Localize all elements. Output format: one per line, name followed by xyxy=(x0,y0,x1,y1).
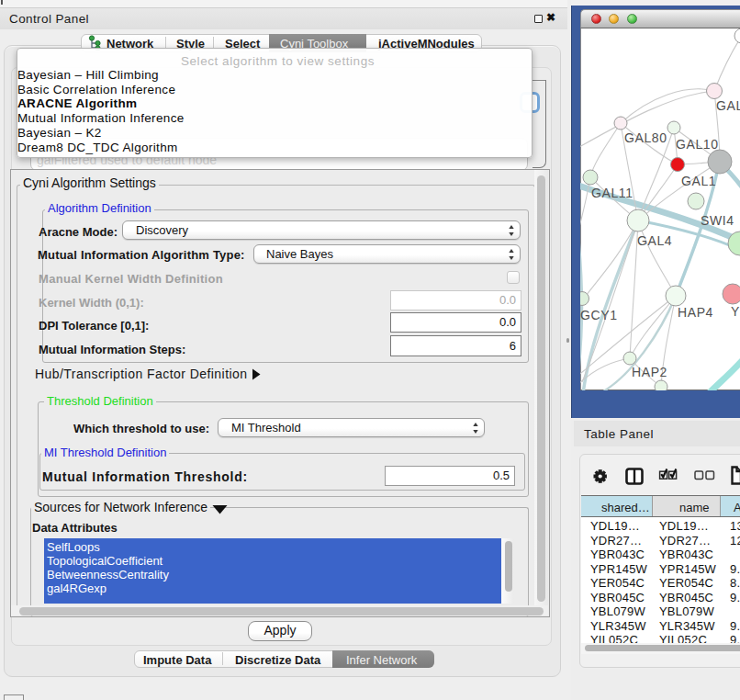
svg-text:GAL4: GAL4 xyxy=(637,233,672,248)
svg-text:GAL: GAL xyxy=(716,98,740,113)
svg-text:GAL1: GAL1 xyxy=(681,174,716,188)
svg-text:GAL10: GAL10 xyxy=(676,137,719,152)
svg-text:SWI4: SWI4 xyxy=(701,213,734,228)
svg-text:Y: Y xyxy=(731,304,740,319)
svg-text:GAL11: GAL11 xyxy=(591,186,633,200)
svg-text:GCY1: GCY1 xyxy=(580,308,618,322)
svg-text:HAP4: HAP4 xyxy=(678,305,713,320)
svg-text:HAP2: HAP2 xyxy=(632,365,667,379)
svg-text:GAL80: GAL80 xyxy=(624,130,667,145)
